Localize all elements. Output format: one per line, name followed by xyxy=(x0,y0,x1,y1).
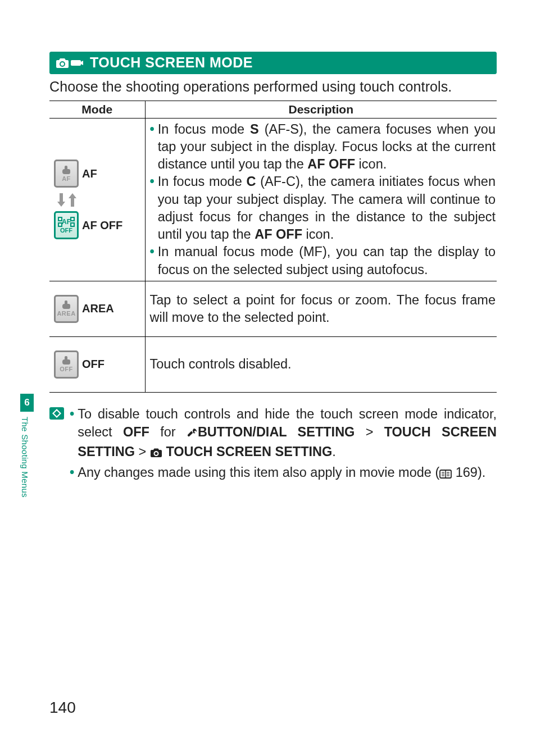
touch-afoff-icon: AF OFF xyxy=(54,211,79,239)
wrench-icon xyxy=(187,424,198,442)
table-row: AF AF AF OFF xyxy=(49,118,497,281)
page-number: 140 xyxy=(49,699,76,717)
chapter-label: The Shooting Menus xyxy=(20,413,30,498)
table-row: OFF OFF Touch controls disabled. xyxy=(49,336,497,392)
mode-table: Mode Description AF AF xyxy=(49,101,497,393)
mode-label: OFF xyxy=(82,358,105,371)
note-diamond-icon xyxy=(49,407,64,420)
mode-cell-off: OFF OFF xyxy=(49,336,145,392)
chapter-tab: 6 xyxy=(20,394,34,412)
desc-cell-af: •In focus mode S (AF-S), the camera focu… xyxy=(145,118,497,281)
mode-cell-af: AF AF AF OFF xyxy=(49,118,145,281)
page-ref-icon xyxy=(439,466,452,484)
touch-af-icon: AF xyxy=(54,160,79,188)
mode-cell-area: AREA AREA xyxy=(49,281,145,336)
touch-area-icon: AREA xyxy=(54,295,79,323)
mode-label: AF xyxy=(82,167,97,180)
desc-cell-off: Touch controls disabled. xyxy=(145,336,497,392)
section-heading: TOUCH SCREEN MODE xyxy=(49,52,497,74)
mode-label: AREA xyxy=(82,302,114,315)
swap-arrows-icon xyxy=(56,193,145,207)
intro-text: Choose the shooting operations performed… xyxy=(49,78,497,96)
camera-icon xyxy=(56,57,69,69)
camera-icon xyxy=(150,444,162,462)
heading-text: TOUCH SCREEN MODE xyxy=(90,54,253,71)
desc-cell-area: Tap to select a point for focus or zoom.… xyxy=(145,281,497,336)
table-row: AREA AREA Tap to select a point for focu… xyxy=(49,281,497,336)
notes-block: • To disable touch controls and hide the… xyxy=(49,405,497,485)
th-mode: Mode xyxy=(49,101,145,118)
touch-off-icon: OFF xyxy=(54,350,79,379)
th-description: Description xyxy=(145,101,497,118)
movie-icon xyxy=(71,57,84,69)
mode-label: AF OFF xyxy=(82,219,122,232)
heading-icons xyxy=(56,57,84,69)
